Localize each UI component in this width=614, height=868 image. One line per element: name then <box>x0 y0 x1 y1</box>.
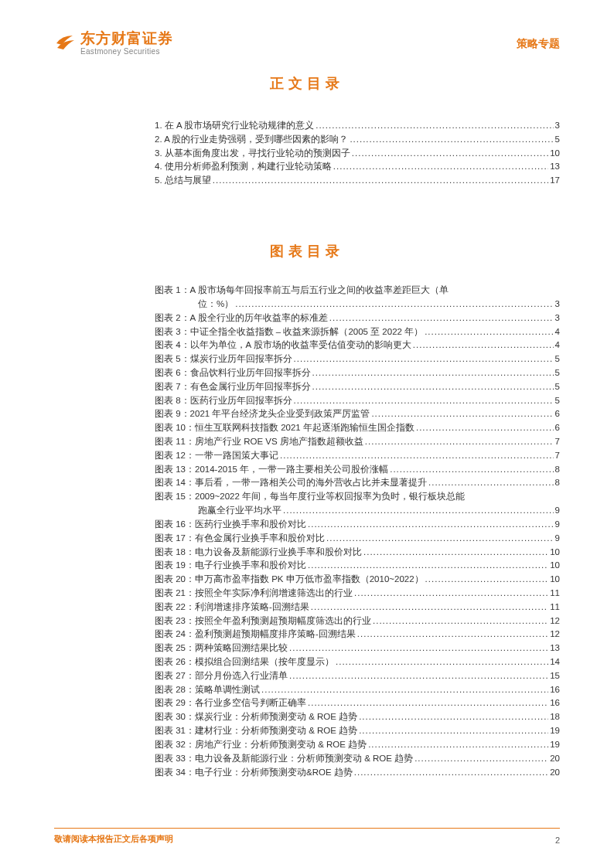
toc-dots <box>350 133 553 147</box>
chart-toc: 图表 1：A 股市场每年回报率前五与后五行业之间的收益率差距巨大（单位：%） 3… <box>155 284 560 779</box>
main-toc-title: 正文目录 <box>54 74 560 93</box>
figure-label: 图表 32：房地产行业：分析师预测变动 & ROE 趋势 <box>155 738 367 752</box>
figure-dots <box>368 738 548 752</box>
figure-page: 20 <box>550 766 560 780</box>
toc-row: 2. A 股的行业走势强弱，受到哪些因素的影响？ 5 <box>155 133 560 147</box>
figure-dots <box>359 710 548 724</box>
figure-page: 8 <box>555 476 560 490</box>
toc-page: 5 <box>555 133 560 147</box>
toc-label: 4. 使用分析师盈利预测，构建行业轮动策略 <box>155 160 332 174</box>
figure-row: 图表 13：2014-2015 年，一带一路主要相关公司股价涨幅 8 <box>155 463 560 477</box>
toc-label: 3. 从基本面角度出发，寻找行业轮动的预测因子 <box>155 147 350 161</box>
figure-page: 12 <box>550 614 560 628</box>
figure-row: 图表 19：电子行业换手率和股价对比 10 <box>155 559 560 573</box>
figure-page: 9 <box>555 532 560 546</box>
figure-dots <box>329 311 554 325</box>
figure-dots <box>363 546 548 560</box>
figure-label: 图表 15：2009~2022 年间，每当年度行业等权回报率为负时，银行板块总能 <box>155 490 465 504</box>
figure-dots <box>428 476 554 490</box>
figure-label: 图表 4：以年为单位，A 股市场的收益率受估值变动的影响更大 <box>155 339 411 352</box>
figure-dots <box>294 352 554 366</box>
figure-page: 5 <box>555 394 560 408</box>
figure-dots <box>390 463 553 477</box>
figure-dots <box>365 435 554 449</box>
figure-page: 3 <box>555 311 560 325</box>
figure-label: 图表 22：利润增速排序策略-回溯结果 <box>155 601 309 614</box>
figure-dots <box>416 421 554 435</box>
figure-page: 9 <box>555 504 560 518</box>
figure-row: 图表 32：房地产行业：分析师预测变动 & ROE 趋势 19 <box>155 738 560 752</box>
figure-row: 图表 33：电力设备及新能源行业：分析师预测变动 & ROE 趋势 20 <box>155 752 560 766</box>
figure-label: 图表 21：按照全年实际净利润增速筛选出的行业 <box>155 587 353 601</box>
toc-label: 5. 总结与展望 <box>155 174 211 188</box>
toc-page: 13 <box>550 160 560 174</box>
figure-page: 5 <box>555 380 560 394</box>
logo: 东方财富证券 Eastmoney Securities <box>54 31 173 56</box>
footer-disclaimer: 敬请阅读本报告正文后各项声明 <box>54 833 173 845</box>
figure-page: 18 <box>550 710 560 724</box>
figure-label: 图表 24：盈利预测超预期幅度排序策略-回溯结果 <box>155 628 356 642</box>
figure-row: 图表 15：2009~2022 年间，每当年度行业等权回报率为负时，银行板块总能 <box>155 490 560 504</box>
figure-page: 6 <box>555 421 560 435</box>
figure-page: 6 <box>555 407 560 421</box>
figure-row-cont: 跑赢全行业平均水平 9 <box>155 504 560 518</box>
logo-cn-text: 东方财富证券 <box>80 31 173 47</box>
toc-page: 17 <box>550 174 560 188</box>
figure-page: 12 <box>550 628 560 642</box>
figure-dots <box>371 407 553 421</box>
figure-row: 图表 25：两种策略回溯结果比较 13 <box>155 642 560 655</box>
figure-dots <box>359 724 548 738</box>
figure-dots <box>294 394 554 408</box>
figure-row: 图表 29：各行业多空信号判断正确率 16 <box>155 696 560 710</box>
toc-page: 3 <box>555 119 560 133</box>
toc-dots <box>316 119 553 133</box>
figure-row-cont: 位：%） 3 <box>155 298 560 311</box>
figure-row: 图表 30：煤炭行业：分析师预测变动 & ROE 趋势 18 <box>155 710 560 724</box>
figure-row: 图表 26：模拟组合回测结果（按年度显示） 14 <box>155 655 560 669</box>
figure-page: 5 <box>555 366 560 380</box>
figure-page: 5 <box>555 352 560 366</box>
figure-dots <box>311 601 548 614</box>
toc-row: 4. 使用分析师盈利预测，构建行业轮动策略 13 <box>155 160 560 174</box>
figure-row: 图表 12：一带一路国策大事记 7 <box>155 449 560 463</box>
figure-page: 7 <box>555 449 560 463</box>
figure-row: 图表 27：部分月份选入行业清单 15 <box>155 669 560 683</box>
logo-en-text: Eastmoney Securities <box>80 47 173 56</box>
figure-label: 图表 5：煤炭行业历年回报率拆分 <box>155 352 292 366</box>
figure-row: 图表 4：以年为单位，A 股市场的收益率受估值变动的影响更大 4 <box>155 339 560 352</box>
figure-label: 图表 33：电力设备及新能源行业：分析师预测变动 & ROE 趋势 <box>155 752 413 766</box>
figure-page: 11 <box>550 601 560 614</box>
toc-dots <box>213 174 548 188</box>
figure-row: 图表 22：利润增速排序策略-回溯结果 11 <box>155 601 560 614</box>
figure-row: 图表 7：有色金属行业历年回报率拆分 5 <box>155 380 560 394</box>
figure-label: 图表 31：建材行业：分析师预测变动 & ROE 趋势 <box>155 724 357 738</box>
figure-page: 19 <box>550 738 560 752</box>
figure-label: 图表 20：申万高市盈率指数 PK 申万低市盈率指数（2010~2022） <box>155 573 424 587</box>
figure-label: 图表 17：有色金属行业换手率和股价对比 <box>155 532 325 546</box>
figure-row: 图表 23：按照全年盈利预测超预期幅度筛选出的行业 12 <box>155 614 560 628</box>
figure-label: 图表 18：电力设备及新能源行业换手率和股价对比 <box>155 546 362 560</box>
figure-label-cont: 位：%） <box>155 298 234 311</box>
figure-label: 图表 1：A 股市场每年回报率前五与后五行业之间的收益率差距巨大（单 <box>155 284 449 298</box>
figure-page: 19 <box>550 724 560 738</box>
figure-page: 16 <box>550 696 560 710</box>
figure-row: 图表 14：事后看，一带一路相关公司的海外营收占比并未显著提升 8 <box>155 476 560 490</box>
figure-row: 图表 2：A 股全行业的历年收益率的标准差 3 <box>155 311 560 325</box>
toc-row: 5. 总结与展望 17 <box>155 174 560 188</box>
figure-page: 14 <box>550 655 560 669</box>
logo-icon <box>54 31 76 56</box>
figure-row: 图表 5：煤炭行业历年回报率拆分 5 <box>155 352 560 366</box>
figure-label: 图表 28：策略单调性测试 <box>155 683 260 697</box>
figure-row: 图表 1：A 股市场每年回报率前五与后五行业之间的收益率差距巨大（单 <box>155 284 560 298</box>
toc-label: 2. A 股的行业走势强弱，受到哪些因素的影响？ <box>155 133 348 147</box>
figure-dots <box>354 766 548 780</box>
figure-label: 图表 6：食品饮料行业历年回报率拆分 <box>155 366 311 380</box>
main-toc: 1. 在 A 股市场研究行业轮动规律的意义 32. A 股的行业走势强弱，受到哪… <box>155 119 560 188</box>
figure-page: 7 <box>555 435 560 449</box>
chart-toc-title: 图表目录 <box>54 242 560 260</box>
figure-label: 图表 27：部分月份选入行业清单 <box>155 669 288 683</box>
figure-dots <box>312 366 554 380</box>
figure-dots <box>326 532 554 546</box>
figure-dots <box>235 298 553 311</box>
figure-row: 图表 20：申万高市盈率指数 PK 申万低市盈率指数（2010~2022） 10 <box>155 573 560 587</box>
